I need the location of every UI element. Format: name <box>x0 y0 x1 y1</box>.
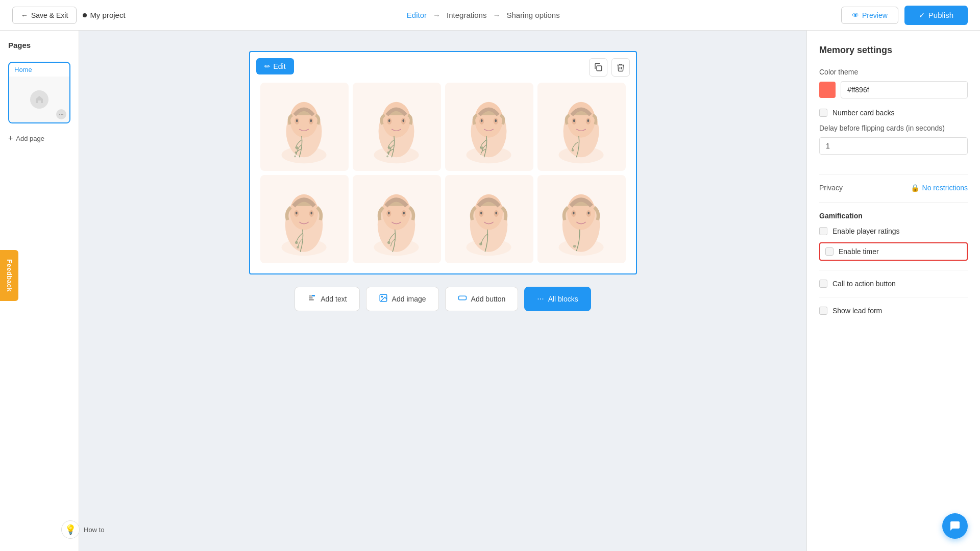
memory-grid <box>250 52 636 273</box>
card-illustration-2 <box>353 83 441 171</box>
svg-point-13 <box>382 102 410 138</box>
edit-button[interactable]: ✏ Edit <box>256 58 294 74</box>
card-illustration-8 <box>537 175 626 263</box>
memory-card-3[interactable] <box>445 83 533 171</box>
nav-breadcrumb: Editor → Integrations → Sharing options <box>407 11 560 19</box>
publish-label: Publish <box>928 11 953 19</box>
canvas-area: ✏ Edit <box>79 31 806 551</box>
eye-icon: 👁 <box>852 11 859 19</box>
color-swatch[interactable] <box>819 82 836 98</box>
svg-point-36 <box>572 149 574 152</box>
page-more-button[interactable]: ··· <box>56 109 66 119</box>
delay-input[interactable] <box>819 137 968 155</box>
sharing-options-link[interactable]: Sharing options <box>506 11 559 19</box>
integrations-link[interactable]: Integrations <box>447 11 486 19</box>
svg-point-8 <box>296 146 299 149</box>
svg-point-51 <box>388 212 390 215</box>
editor-link[interactable]: Editor <box>407 11 427 19</box>
memory-card-7[interactable] <box>445 175 533 263</box>
color-row <box>819 81 968 98</box>
project-name: My project <box>83 11 125 19</box>
svg-point-72 <box>381 296 382 297</box>
divider-1 <box>819 174 968 174</box>
add-button-label: Add button <box>471 295 506 303</box>
memory-card-8[interactable] <box>537 175 626 263</box>
call-to-action-row: Call to action button <box>819 280 968 288</box>
svg-point-27 <box>495 119 497 122</box>
publish-button[interactable]: ✓ Publish <box>904 6 968 25</box>
preview-button[interactable]: 👁 Preview <box>841 7 898 24</box>
svg-point-9 <box>295 152 298 154</box>
add-page-button[interactable]: + Add page <box>8 132 70 145</box>
call-to-action-checkbox[interactable] <box>819 280 827 288</box>
page-card-home[interactable]: Home ··· <box>8 62 70 123</box>
svg-point-68 <box>588 212 590 215</box>
divider-2 <box>819 202 968 203</box>
svg-point-6 <box>296 119 298 122</box>
enable-timer-label: Enable timer <box>839 247 879 256</box>
nav-right: 👁 Preview ✓ Publish <box>841 6 968 25</box>
color-input[interactable] <box>841 81 968 98</box>
arrow-left-icon: ← <box>21 11 28 19</box>
svg-point-52 <box>403 212 405 215</box>
svg-point-43 <box>311 212 313 215</box>
svg-point-20 <box>387 156 389 158</box>
number-card-backs-label: Number card backs <box>832 109 894 117</box>
enable-player-ratings-label: Enable player ratings <box>832 227 900 235</box>
memory-card-1[interactable] <box>260 83 349 171</box>
memory-card-5[interactable] <box>260 175 349 263</box>
svg-point-7 <box>310 119 312 122</box>
add-button-button[interactable]: Add button <box>445 287 519 311</box>
card-illustration-3 <box>445 83 533 171</box>
svg-point-19 <box>387 152 390 154</box>
memory-card-4[interactable] <box>537 83 626 171</box>
save-exit-button[interactable]: ← Save & Exit <box>12 7 77 24</box>
enable-player-ratings-checkbox[interactable] <box>819 227 827 235</box>
all-blocks-label: All blocks <box>548 295 578 303</box>
copy-button[interactable] <box>589 58 607 77</box>
svg-point-45 <box>297 246 300 248</box>
card-illustration-1 <box>260 83 349 171</box>
svg-point-10 <box>295 156 297 158</box>
project-name-text: My project <box>90 11 125 19</box>
delay-label: Delay before flipping cards (in seconds) <box>819 124 968 132</box>
memory-card-2[interactable] <box>353 83 441 171</box>
svg-point-26 <box>481 119 483 122</box>
add-image-button[interactable]: Add image <box>366 287 439 311</box>
project-dot <box>83 13 87 17</box>
no-restrictions-label: No restrictions <box>922 184 968 192</box>
bulb-button[interactable]: 💡 <box>61 520 80 539</box>
svg-point-16 <box>388 119 390 122</box>
gamification-title: Gamification <box>819 212 968 220</box>
all-blocks-button[interactable]: ··· All blocks <box>524 287 591 311</box>
feedback-tab[interactable]: Feedback <box>0 250 18 301</box>
show-lead-form-checkbox[interactable] <box>819 307 827 315</box>
main-layout: Pages Home ··· + Add page ✏ Edit <box>0 31 980 551</box>
svg-point-60 <box>496 212 498 215</box>
svg-point-44 <box>296 241 299 244</box>
card-illustration-4 <box>537 83 626 171</box>
image-icon <box>379 293 388 305</box>
add-page-label: Add page <box>16 135 44 142</box>
edit-label: Edit <box>274 62 286 70</box>
memory-card-6[interactable] <box>353 175 441 263</box>
check-icon: ✓ <box>919 11 925 20</box>
bottom-toolbar: Add text Add image Add button ··· All bl… <box>295 287 591 311</box>
arrow-right-icon-2: → <box>493 11 500 19</box>
svg-point-67 <box>573 212 575 215</box>
how-to-section: 💡 How to <box>61 520 104 539</box>
no-restrictions-link[interactable]: 🔒 No restrictions <box>911 184 968 192</box>
svg-point-28 <box>480 146 483 149</box>
enable-timer-checkbox[interactable] <box>825 247 834 256</box>
delete-button[interactable] <box>611 58 630 77</box>
preview-label: Preview <box>862 11 888 19</box>
lock-icon: 🔒 <box>911 184 919 192</box>
chat-button[interactable] <box>942 513 968 539</box>
add-text-button[interactable]: Add text <box>295 287 359 311</box>
show-lead-form-row: Show lead form <box>819 307 968 315</box>
number-card-backs-checkbox[interactable] <box>819 109 827 117</box>
card-illustration-5 <box>260 175 349 263</box>
feedback-label: Feedback <box>6 259 13 292</box>
page-home-icon <box>30 90 48 109</box>
number-card-backs-row: Number card backs <box>819 109 968 117</box>
